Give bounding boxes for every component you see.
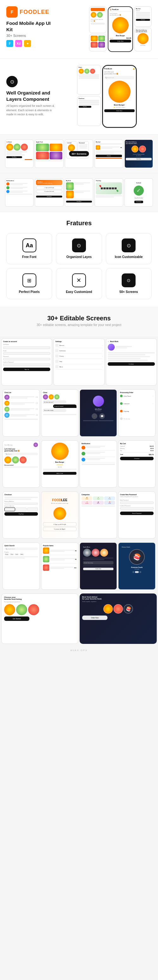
org-title: Well Organized and Layers Component xyxy=(6,90,57,102)
screenshots-section-2: Notifications xyxy=(0,173,158,212)
logo-food: FOOD xyxy=(19,9,37,15)
app-screens-row-4: Checkout Delivery Address Payment Method… xyxy=(0,490,158,541)
tool-icons: F Xd ✦ xyxy=(6,40,57,47)
screenshot-promo: FoodLee Welcome to our foodlee mobile ap… xyxy=(35,178,63,207)
figma-icon: F xyxy=(6,40,13,47)
feature-icon-customizable: ⊙ Icon Customizable xyxy=(106,233,152,264)
screen-settings: Settings Account › Notification › Privac… xyxy=(53,338,104,386)
editable-title: 30+ Editable Screens xyxy=(6,315,152,322)
50-screens-icon: ⊙ xyxy=(122,274,135,287)
logo-icon: F xyxy=(6,6,18,18)
screen-popular-items: Popular Items $9 $6 xyxy=(41,542,78,590)
screen-home-detail: Good Morning Let's find yourgood buddy f… xyxy=(3,441,40,488)
screenshot-notifications: Notifications xyxy=(5,178,34,207)
feature-screens-label: 50+ Screens xyxy=(110,290,148,294)
easy-customized-icon: ✕ xyxy=(72,274,86,287)
screen-row-accounts: Create an account Full Name Email Passwo… xyxy=(1,338,157,386)
hero-title: Food Mobile App UI Kit xyxy=(6,20,57,32)
screen-create-password: Create New Password Create a strong pass… xyxy=(118,492,155,539)
screen-create-account: Create an account Full Name Email Passwo… xyxy=(1,338,52,386)
screen-chat-list: Chat List 12:30 11:20 xyxy=(3,389,40,437)
screen-food-detail: Best Burger ★★★★★ $12.99 Add to Cart xyxy=(41,441,78,488)
feature-easy-label: Easy Customized xyxy=(60,290,98,294)
feature-perfect-pixels: ⊞ Perfect Pixels xyxy=(6,268,52,299)
screen-order-total: My Cart Subtotal $24.99 Delivery $2.50 T… xyxy=(118,441,155,488)
screen-choose-favorite: Choose yourfavorite food listing Find an… xyxy=(1,593,78,644)
org-left: ⊙ Well Organized and Layers Component Al… xyxy=(6,76,57,117)
screenshot-cart: My Cart $9 Checkout xyxy=(95,140,123,168)
screenshot-menu: Apple Fruit xyxy=(35,140,63,168)
screenshot-dark: Best food deliveryyour favorite food... … xyxy=(124,140,153,168)
small-phone-2: Checkout Pay Now xyxy=(77,96,101,126)
hero-mockup-1: Let's find your favorite food 🍔 xyxy=(89,6,106,33)
feature-50-screens: ⊙ 50+ Screens xyxy=(106,268,152,299)
perfect-pixels-icon: ⊞ xyxy=(23,274,36,287)
screenshot-home: 🏠 Home View Menu xyxy=(5,140,34,168)
hero-mockup-4: Best food deliveryyour favorite food... … xyxy=(134,28,152,51)
org-right: Home Checkout Pay Now xyxy=(62,65,152,128)
screen-quick-search: Quick Search 🔍 Search food... Popular Bu… xyxy=(3,542,40,590)
app-screens-row-1: Create an account Full Name Email Passwo… xyxy=(0,337,158,388)
small-phone-1: Home xyxy=(77,65,101,95)
screen-row-checkout: Checkout Delivery Address Payment Method… xyxy=(1,492,157,540)
app-screens-row-2: Chat List 12:30 11:20 xyxy=(0,388,158,439)
screenshots-grid-1: 🏠 Home View Menu Apple Fruit xyxy=(5,140,153,168)
big-phone-container: FoodLee 🔔 Let's find yourgood buddy food… xyxy=(102,65,137,128)
screenshots-section-1: 🏠 Home View Menu Apple Fruit xyxy=(0,135,158,173)
screen-close: Close Hi, how are you? I'm good, thanks!… xyxy=(41,389,78,437)
small-screens-stack: Home Checkout Pay Now xyxy=(77,65,101,126)
free-font-icon: Aa xyxy=(23,239,36,252)
app-screens-row-3: Good Morning Let's find yourgood buddy f… xyxy=(0,439,158,490)
screen-order-status: Processing Order Order Placed ✓ Confirme… xyxy=(118,389,155,437)
hero-mockup-3: My Cart Items (3) Checkout xyxy=(134,6,152,27)
screenshot-screens-badge: Let's find Best Burger Recommend 30+ Scr… xyxy=(65,140,93,168)
sketch-icon: ✦ xyxy=(24,40,31,47)
bottom-2col-row: Choose yourfavorite food listing Find an… xyxy=(1,593,157,644)
hero-section: F FOODLEE Food Mobile App UI Kit 30+ Scr… xyxy=(0,0,158,59)
organized-layers-icon: ⊙ xyxy=(72,239,86,252)
hero-main-phone: 🏠 FoodLee Let's find yourgood buddy food… xyxy=(108,6,133,52)
features-grid: Aa Free Font ⊙ Organized Layes ⊙ Icon Cu… xyxy=(6,233,152,299)
feature-organized-label: Organized Layes xyxy=(60,255,98,259)
screen-sushi-dark-1: Sushi Menu Order Summary Confirm Order xyxy=(80,542,117,590)
screen-row-search: Quick Search 🔍 Search food... Popular Bu… xyxy=(1,542,157,591)
hero-right: Let's find your favorite food 🍔 🏠 FoodLe… xyxy=(62,6,152,52)
screenshots-grid-2: Notifications xyxy=(5,178,153,207)
feature-icon-custom-label: Icon Customizable xyxy=(110,255,148,259)
screens-badge: 30+ Screens xyxy=(69,151,89,157)
screen-best-delivery: Best food deliverfor your favorite food.… xyxy=(80,593,157,644)
feature-pixels-label: Perfect Pixels xyxy=(10,290,48,294)
big-phone: FoodLee 🔔 Let's find yourgood buddy food… xyxy=(102,65,137,128)
app-screens-row-5: Quick Search 🔍 Search food... Popular Bu… xyxy=(0,541,158,592)
watermark: AVAX GFX xyxy=(0,646,158,654)
screenshot-favorites: My Dish Order More xyxy=(65,178,93,207)
editable-section: 30+ Editable Screens 30+ editable screen… xyxy=(0,307,158,337)
screen-checkout-detail: Checkout Delivery Address Payment Method… xyxy=(3,492,40,539)
editable-subtitle: 30+ editable screens, amazing template f… xyxy=(6,323,152,327)
layers-icon: ⊙ xyxy=(6,76,18,87)
features-section: Fratures Aa Free Font ⊙ Organized Layes … xyxy=(0,212,158,307)
org-desc: All layers organized for each screen & e… xyxy=(6,104,57,117)
logo-letter: F xyxy=(11,10,14,14)
features-title: Fratures xyxy=(6,220,152,227)
screen-notifications-detail: Notification xyxy=(80,441,117,488)
logo-text: FOODLEE xyxy=(19,9,49,16)
screenshot-verified: Verified! ✓ Your order has beenverified … xyxy=(124,178,153,207)
screen-category: Categories 🍔Burger 🥗Salad 🍕Pizza 🍜Noodle… xyxy=(80,492,117,539)
feature-easy-customized: ✕ Easy Customized xyxy=(56,268,102,299)
hero-subtitle: 30+ Screens xyxy=(6,34,57,38)
screen-row-chat: Chat List 12:30 11:20 xyxy=(1,389,157,438)
screen-profile-back: ← Back Work Continue xyxy=(106,338,157,386)
screen-splash: FOODLEE We are our foodlee mobile app ✦ … xyxy=(41,492,78,539)
screen-row-home: Good Morning Let's find yourgood buddy f… xyxy=(1,441,157,489)
watermark-text: AVAX GFX xyxy=(71,649,88,652)
hero-mockup-2 xyxy=(89,34,106,51)
hero-logo: F FOODLEE xyxy=(6,6,57,18)
hero-left: F FOODLEE Food Mobile App UI Kit 30+ Scr… xyxy=(6,6,57,47)
icon-customizable-icon: ⊙ xyxy=(122,239,135,252)
feature-free-font: Aa Free Font xyxy=(6,233,52,264)
organized-section: ⊙ Well Organized and Layers Component Al… xyxy=(0,59,158,135)
feature-free-font-label: Free Font xyxy=(10,255,48,259)
logo-lee: LEE xyxy=(37,9,49,15)
sushi-large-row: Choose yourfavorite food listing Find an… xyxy=(0,592,158,646)
